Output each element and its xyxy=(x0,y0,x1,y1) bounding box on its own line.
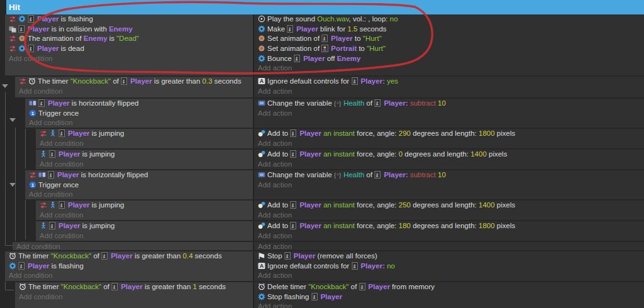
action-row[interactable]: Play the sound Ouch.wav, vol.: , loop: n… xyxy=(254,14,644,25)
action-row[interactable]: Make Player blink for 1.5 seconds xyxy=(254,25,644,35)
conditions-column: Add condition xyxy=(13,242,254,250)
action-row[interactable]: Change the variable {}Health of Player: … xyxy=(254,170,644,180)
event-block-knockback-timer-1[interactable]: The timer "Knockback" of Player is great… xyxy=(15,282,644,308)
thumb-icon xyxy=(58,129,66,137)
add-action-button[interactable]: Add action xyxy=(254,87,644,97)
action-row[interactable]: Change the variable {}Health of Player: … xyxy=(254,99,644,109)
event-block-jumping-sub-2a[interactable]: Player is jumpingAdd conditionAdd to Pla… xyxy=(36,201,644,220)
condition-row[interactable]: The animation of Enemy is "Dead" xyxy=(5,34,253,44)
thumb-icon xyxy=(352,77,359,85)
condition-row[interactable]: Player is in collision with Enemy xyxy=(5,25,253,35)
add-action-button[interactable]: Add action xyxy=(254,63,644,74)
condition-row[interactable]: The timer "Knockback" of Player is great… xyxy=(15,77,253,87)
text-token: seconds xyxy=(197,283,226,290)
add-condition-button[interactable]: Add condition xyxy=(36,139,253,148)
text-token: 1.5 xyxy=(348,25,358,33)
text-token: subtract xyxy=(410,171,436,179)
text-token: Player xyxy=(28,262,50,270)
add-action-button[interactable]: Add action xyxy=(254,271,644,281)
condition-row[interactable]: Player is jumping xyxy=(36,221,253,231)
action-row[interactable]: Set animation of Portrait to "Hurt" xyxy=(254,44,644,54)
text-token: is jumping xyxy=(90,129,125,137)
gear-icon xyxy=(18,15,26,23)
svg-text:{: { xyxy=(334,100,336,107)
actions-column: Change the variable {}Health of Player: … xyxy=(254,99,644,128)
collapse-arrow[interactable] xyxy=(2,84,8,88)
action-row[interactable]: Add to Player an instant force, angle: 0… xyxy=(254,150,644,160)
event-block-flipped-sub-1[interactable]: Player is horizontally flipped1Trigger o… xyxy=(25,99,644,128)
add-action-button[interactable]: Add action xyxy=(254,109,644,119)
event-block-knockback-timer-03[interactable]: The timer "Knockback" of Player is great… xyxy=(15,77,644,97)
text-token: Player xyxy=(294,252,316,260)
action-row[interactable]: Set animation of Player to "Hurt" xyxy=(254,34,644,44)
add-condition-button[interactable]: Add condition xyxy=(13,242,253,250)
action-row[interactable]: AIgnore default controls for Player: yes xyxy=(254,77,644,87)
add-condition-button[interactable]: Add condition xyxy=(5,271,253,281)
text-token: Player xyxy=(121,283,143,290)
text-token: of xyxy=(364,99,374,107)
add-action-button[interactable]: Add action xyxy=(254,242,644,250)
anim-icon xyxy=(258,45,265,52)
add-action-button[interactable]: Add action xyxy=(254,211,644,220)
condition-row[interactable]: Player is horizontally flipped xyxy=(25,99,253,109)
add-condition-button[interactable]: Add condition xyxy=(36,231,253,241)
text-token: of xyxy=(101,283,111,290)
event-block-hit-main[interactable]: Player is flashingPlayer is in collision… xyxy=(5,14,644,75)
text-token: pixels xyxy=(487,150,508,158)
text-token: force, angle: xyxy=(355,150,399,158)
braces-icon: {} xyxy=(334,99,341,107)
add-condition-button[interactable]: Add condition xyxy=(36,211,253,220)
text-token: Add to xyxy=(267,201,290,209)
thumb-icon xyxy=(111,283,119,290)
add-action-button[interactable]: Add action xyxy=(254,180,644,190)
collapse-arrow[interactable] xyxy=(9,118,16,122)
event-block-empty-sub-event[interactable]: Add conditionAdd action xyxy=(13,242,644,250)
once-icon: 1 xyxy=(29,109,36,117)
text-token: degrees and length: xyxy=(411,201,479,209)
text-token: Player: xyxy=(361,77,385,85)
add-action-button[interactable]: Add action xyxy=(254,302,644,308)
add-condition-button[interactable]: Add condition xyxy=(25,118,253,128)
action-row[interactable]: Add to Player an instant force, angle: 2… xyxy=(254,129,644,139)
portrait-icon xyxy=(321,45,329,52)
condition-row[interactable]: Player is horizontally flipped xyxy=(25,170,253,180)
condition-row[interactable]: Player is jumping xyxy=(36,150,253,160)
condition-row[interactable]: Player is flashing xyxy=(5,261,253,272)
event-block-jumping-sub-2b[interactable]: Player is jumpingAdd conditionAdd to Pla… xyxy=(36,221,644,241)
condition-row[interactable]: Player is flashing xyxy=(5,14,253,25)
condition-row[interactable]: The timer "Knockback" of Player is great… xyxy=(15,282,253,292)
add-action-button[interactable]: Add action xyxy=(254,231,644,241)
add-condition-button[interactable]: Add condition xyxy=(5,54,253,64)
action-row[interactable]: Add to Player an instant force, angle: 1… xyxy=(254,221,644,231)
add-action-button[interactable]: Add action xyxy=(254,160,644,169)
add-condition-button[interactable]: Add condition xyxy=(36,160,253,169)
condition-row[interactable]: 1Trigger once xyxy=(25,109,253,119)
condition-row[interactable]: Player is dead xyxy=(5,44,253,54)
thumb-icon xyxy=(311,293,319,300)
add-condition-button[interactable]: Add condition xyxy=(15,87,253,97)
event-block-jumping-sub-1a[interactable]: Player is jumpingAdd conditionAdd to Pla… xyxy=(36,129,644,148)
action-row[interactable]: Add to Player an instant force, angle: 2… xyxy=(254,201,644,211)
thumb-icon xyxy=(18,262,26,270)
action-row[interactable]: Bounce Player off Enemy xyxy=(254,54,644,64)
condition-row[interactable]: The timer "Knockback" of Player is great… xyxy=(5,251,253,261)
action-row[interactable]: Stop flashing Player xyxy=(254,292,644,302)
event-block-jumping-sub-1b[interactable]: Player is jumpingAdd conditionAdd to Pla… xyxy=(36,150,644,169)
action-row[interactable]: Stop Player (remove all forces) xyxy=(254,251,644,261)
event-block-flipped-sub-2[interactable]: Player is horizontally flipped1Trigger o… xyxy=(25,170,644,199)
condition-row[interactable]: 1Trigger once xyxy=(25,180,253,190)
event-group-titlebar[interactable]: Hit xyxy=(6,0,644,14)
action-row[interactable]: AIgnore default controls for Player: no xyxy=(254,261,644,272)
thumb-icon xyxy=(121,77,128,85)
add-condition-button[interactable]: Add condition xyxy=(25,190,253,199)
conditions-column: The timer "Knockback" of Player is great… xyxy=(15,77,254,97)
add-action-button[interactable]: Add action xyxy=(254,139,644,148)
action-row[interactable]: Delete timer "Knockback" of Player from … xyxy=(254,282,644,292)
text-token: , vol.: , loop: xyxy=(349,15,390,23)
tree-guide-line xyxy=(5,282,6,290)
condition-row[interactable]: Player is jumping xyxy=(36,129,253,139)
svg-text:1: 1 xyxy=(31,110,35,116)
add-condition-button[interactable]: Add condition xyxy=(15,292,253,302)
event-block-knockback-timer-04[interactable]: The timer "Knockback" of Player is great… xyxy=(5,251,644,281)
condition-row[interactable]: Player is jumping xyxy=(36,201,253,211)
